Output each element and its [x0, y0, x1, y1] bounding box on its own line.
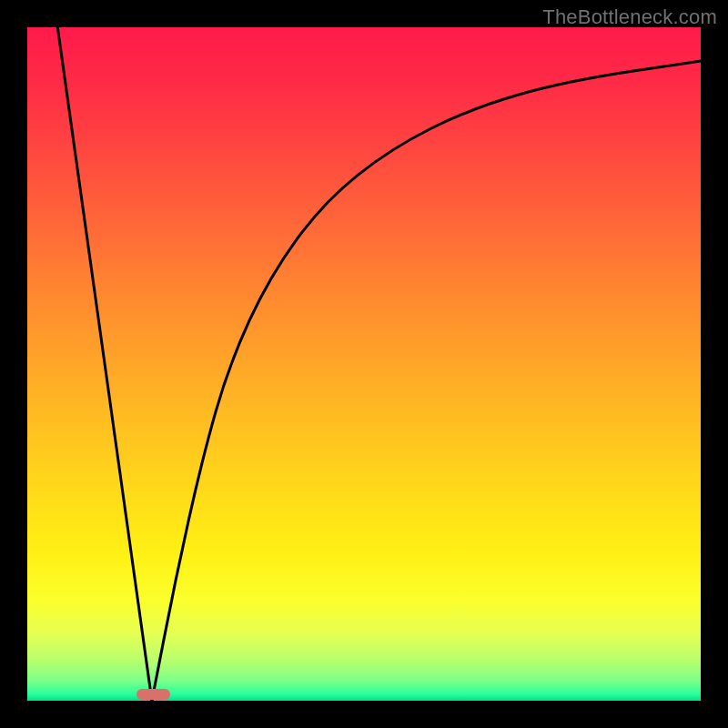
plot-area — [27, 27, 701, 701]
optimum-marker — [136, 689, 170, 700]
left-arm-path — [57, 27, 152, 701]
chart-frame: TheBottleneck.com — [0, 0, 728, 728]
bottleneck-curve — [27, 27, 701, 701]
right-arm-path — [152, 61, 701, 701]
watermark-text: TheBottleneck.com — [542, 5, 717, 29]
